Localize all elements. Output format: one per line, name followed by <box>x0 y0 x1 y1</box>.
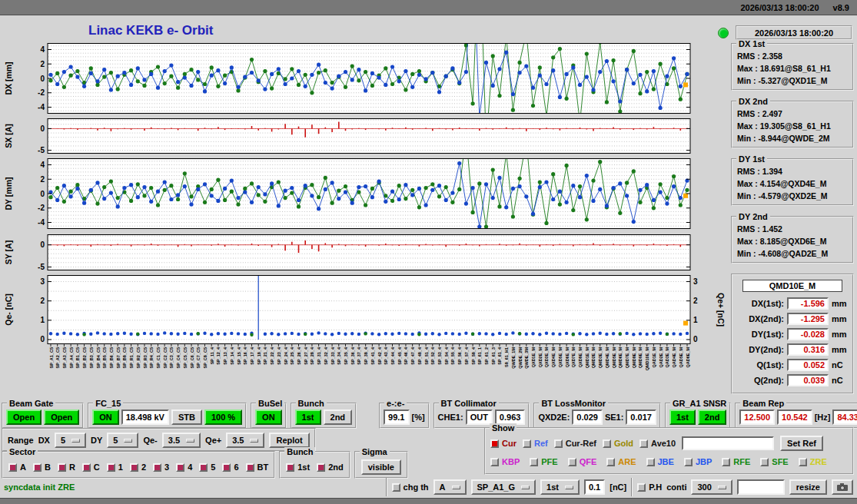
svg-text:-4: -4 <box>38 218 45 227</box>
sector-checkbox-b[interactable]: B <box>33 463 51 472</box>
show-cur-checkbox[interactable]: Cur <box>490 439 517 448</box>
show-ave10-checkbox[interactable]: Ave10 <box>639 439 676 448</box>
show-cur-ref-checkbox[interactable]: Cur-Ref <box>554 439 596 448</box>
bunch-select[interactable]: 1st <box>540 479 580 495</box>
bpm-select[interactable]: SP_A1_G <box>471 479 536 495</box>
sector-checkbox-4[interactable]: 4 <box>176 463 192 472</box>
fc15-percent-button[interactable]: 100 % <box>204 410 242 425</box>
range-qem-select[interactable]: 3.5 <box>162 433 201 448</box>
show-kbp-checkbox[interactable]: KBP <box>490 457 520 466</box>
show-gold-checkbox[interactable]: Gold <box>603 439 633 448</box>
fc15-stb-button[interactable]: STB <box>171 410 202 425</box>
sector-checkbox-6[interactable]: 6 <box>222 463 238 472</box>
svg-text:SP_52_4: SP_52_4 <box>430 346 435 365</box>
rms-line: RMS : 1.394 <box>737 165 848 177</box>
bpm-select-value: SP_A1_G <box>477 482 516 492</box>
range-qep-select[interactable]: 3.5 <box>226 433 264 448</box>
sector-item-label: 1 <box>118 463 123 472</box>
threshold-value[interactable]: 0.1 <box>584 479 605 495</box>
svg-text:SP_C4_C5: SP_C4_C5 <box>176 347 181 369</box>
option-menu-dash <box>565 486 573 489</box>
sector-checkbox-1[interactable]: 1 <box>107 463 123 472</box>
stats-panel-title: DY 2nd <box>736 212 770 221</box>
svg-text:SP_31_4: SP_31_4 <box>317 346 321 365</box>
max-line: Max : 8.185@QXD6E_M <box>737 235 848 247</box>
sector-checkbox-2[interactable]: 2 <box>130 463 146 472</box>
beam-gate-open-button-2[interactable]: Open <box>44 410 79 425</box>
svg-text:SP_56_4: SP_56_4 <box>457 346 462 365</box>
svg-text:2: 2 <box>693 297 698 305</box>
sector-checkbox-c[interactable]: C <box>82 463 100 472</box>
range-dy-value: 5 <box>113 436 118 445</box>
range-dy-select[interactable]: 5 <box>107 433 138 448</box>
busel-group: BuSel ON <box>251 403 287 429</box>
sector-checkbox-a[interactable]: A <box>8 463 26 472</box>
busel-on-button[interactable]: ON <box>255 410 282 425</box>
beam-rep-group: Beam Rep 12.500 10.542 [Hz] 84.333 [%] <box>735 403 857 429</box>
ref-name-input[interactable] <box>682 436 774 450</box>
ph-checkbox[interactable]: P.H <box>637 482 662 492</box>
svg-text:SP_B1_C5: SP_B1_C5 <box>75 347 80 369</box>
ph-label: P.H <box>649 482 662 492</box>
range-qem-label: Qe- <box>143 436 157 445</box>
svg-text:SP_61_3: SP_61_3 <box>491 347 496 365</box>
sector-checkbox-5[interactable]: 5 <box>199 463 215 472</box>
checkbox-indicator <box>722 458 730 466</box>
show-pfe-checkbox[interactable]: PFE <box>530 457 557 466</box>
checkbox-indicator <box>646 458 655 466</box>
che1-position-value: 0.963 <box>495 410 526 425</box>
screenshot-button[interactable] <box>832 479 853 495</box>
show-qfe-checkbox[interactable]: QFE <box>568 457 597 466</box>
svg-text:SP_13_4: SP_13_4 <box>223 346 228 365</box>
bunch-1st-checkbox[interactable]: 1st <box>286 463 310 472</box>
sector-select[interactable]: A <box>433 479 467 495</box>
replot-button[interactable]: Replot <box>269 433 309 448</box>
rep-select[interactable]: 300 <box>691 479 732 495</box>
sector-checkbox-bt[interactable]: BT <box>246 463 269 472</box>
show-ref-checkbox[interactable]: Ref <box>523 439 548 448</box>
bunch-2nd-checkbox[interactable]: 2nd <box>317 463 344 472</box>
svg-text:SP_C8_C5: SP_C8_C5 <box>203 347 208 369</box>
qe-plot: 33221100Qe- [nC]Qe+ [nC] <box>0 275 726 344</box>
show-are-checkbox[interactable]: ARE <box>606 457 636 466</box>
svg-text:SP_54_4: SP_54_4 <box>444 346 449 365</box>
control-row-3: Sector A B R C 1 2 3 4 5 6 BT Bunch 1st … <box>2 451 408 479</box>
show-sfe-checkbox[interactable]: SFE <box>760 457 788 466</box>
bunch-1st-button[interactable]: 1st <box>295 410 321 425</box>
set-ref-button[interactable]: Set Ref <box>780 436 823 451</box>
range-qep-label: Qe+ <box>205 436 221 445</box>
checkbox-indicator <box>107 463 115 472</box>
checkbox-indicator <box>490 439 499 448</box>
svg-text:0: 0 <box>40 190 45 198</box>
bunch-2nd-button[interactable]: 2nd <box>324 410 353 425</box>
bunch-select-value: 1st <box>546 482 559 492</box>
chg-th-checkbox[interactable]: chg th <box>392 482 429 492</box>
status-input[interactable] <box>737 479 785 495</box>
beam-gate-open-button-1[interactable]: Open <box>6 410 42 425</box>
range-dx-select[interactable]: 5 <box>55 433 86 448</box>
svg-text:QXD3E_M: QXD3E_M <box>544 347 549 368</box>
show-item-label: RFE <box>733 457 750 466</box>
range-dy-label: DY <box>91 436 102 445</box>
resize-button[interactable]: resize <box>789 479 827 495</box>
checkbox-indicator <box>130 463 138 472</box>
show-jbp-checkbox[interactable]: JBP <box>684 457 712 466</box>
gr-snsr-1st-button[interactable]: 1st <box>669 410 696 425</box>
sector-checkbox-r[interactable]: R <box>58 463 75 472</box>
dy-plot: 420-2-4DY [mm] <box>0 158 726 229</box>
gr-snsr-2nd-button[interactable]: 2nd <box>698 410 727 425</box>
fc15-on-button[interactable]: ON <box>92 410 119 425</box>
show-item-label: SFE <box>772 457 788 466</box>
sector-checkbox-3[interactable]: 3 <box>153 463 169 472</box>
sigma-visible-button[interactable]: visible <box>361 459 401 475</box>
min-line: Min : -5.327@QXD1E_M <box>737 75 848 87</box>
show-jbe-checkbox[interactable]: JBE <box>646 457 674 466</box>
window-titlebar: 2026/03/13 18:00:20 v8.9 <box>0 0 857 15</box>
show-zre-checkbox[interactable]: ZRE <box>799 457 827 466</box>
checkbox-indicator <box>222 463 231 472</box>
sector-item-label: R <box>69 463 75 472</box>
svg-text:SP_33_4: SP_33_4 <box>331 346 335 365</box>
option-menu-dash <box>250 439 258 443</box>
stats-panel-dx-2nd: DX 2nd RMS : 2.497 Max : 19.305@S8_61_H1… <box>731 101 854 148</box>
show-rfe-checkbox[interactable]: RFE <box>722 457 750 466</box>
